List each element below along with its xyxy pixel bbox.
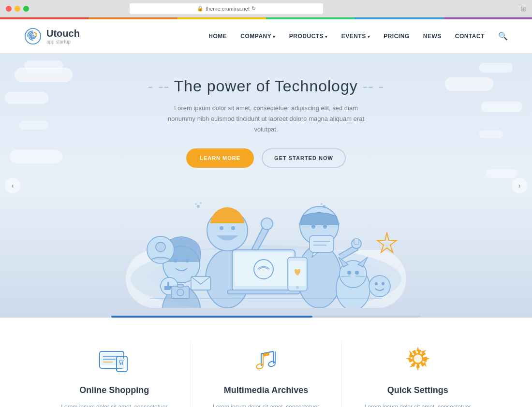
- dashes-right: -- -: [363, 77, 384, 95]
- nav-events[interactable]: EVENTS: [341, 33, 370, 40]
- svg-point-38: [382, 282, 384, 285]
- svg-rect-20: [235, 252, 293, 286]
- learn-more-button[interactable]: LEARN MORE: [186, 148, 254, 168]
- svg-point-33: [355, 271, 359, 275]
- hero-illustration: [121, 182, 411, 318]
- dashes-left: - --: [148, 77, 174, 95]
- reload-icon: ↻: [251, 5, 256, 12]
- browser-chrome: 🔒 theme.crumina.net ↻ ⊞: [0, 0, 532, 17]
- search-icon[interactable]: 🔍: [498, 31, 508, 41]
- svg-point-6: [231, 226, 235, 230]
- svg-point-7: [261, 218, 273, 230]
- svg-rect-29: [177, 284, 183, 287]
- address-bar[interactable]: 🔒 theme.crumina.net ↻: [130, 3, 323, 14]
- svg-point-62: [268, 361, 276, 367]
- browser-actions: ⊞: [520, 4, 526, 13]
- svg-point-41: [200, 202, 202, 204]
- hero-title: - -- The power of Technology -- -: [10, 77, 522, 95]
- online-shopping-icon: [97, 342, 131, 376]
- logo-name: Utouch: [46, 28, 80, 39]
- svg-point-43: [321, 203, 323, 205]
- logo-icon: [24, 28, 42, 45]
- hero-title-text: The power of Technology: [174, 77, 358, 95]
- svg-point-61: [256, 363, 264, 370]
- expand-icon[interactable]: ⊞: [520, 5, 526, 13]
- hero-description: Lorem ipsum dolor sit amet, consectetuer…: [160, 103, 372, 135]
- svg-point-42: [323, 205, 325, 208]
- nav-news[interactable]: NEWS: [423, 33, 442, 40]
- feature-title-settings: Quick Settings: [356, 385, 479, 395]
- logo-text: Utouch app startup: [46, 28, 80, 44]
- slider-indicator: [111, 316, 421, 318]
- logo[interactable]: Utouch app startup: [24, 28, 80, 45]
- feature-desc-shopping: Lorem ipsum dolor sit amet, consectetuer…: [53, 402, 176, 407]
- svg-point-48: [156, 242, 165, 252]
- minimize-button[interactable]: [15, 6, 20, 12]
- nav-company[interactable]: COMPANY: [240, 33, 275, 40]
- logo-sub: app startup: [46, 39, 80, 44]
- quick-settings-icon: [401, 342, 435, 376]
- hero-section: ‹ - -- The power of Technology -- - Lore…: [0, 53, 532, 318]
- svg-point-10: [174, 259, 177, 262]
- svg-point-67: [414, 355, 422, 363]
- multimedia-icon: [249, 342, 283, 376]
- svg-rect-18: [354, 239, 359, 245]
- svg-point-40: [195, 203, 197, 205]
- svg-point-15: [311, 225, 315, 229]
- svg-rect-14: [299, 222, 340, 225]
- svg-point-5: [220, 226, 223, 230]
- slider-prev-button[interactable]: ‹: [5, 178, 20, 193]
- color-bar: [0, 17, 532, 19]
- hero-buttons: LEARN MORE GET STARTED NOW: [10, 148, 522, 168]
- svg-point-36: [369, 276, 390, 297]
- page: Utouch app startup HOME COMPANY PRODUCTS…: [0, 19, 532, 407]
- feature-desc-settings: Lorem ipsum dolor sit amet, consectetuer…: [356, 402, 479, 407]
- svg-point-37: [375, 282, 378, 285]
- features-section: Online Shopping Lorem ipsum dolor sit am…: [0, 318, 532, 407]
- svg-point-59: [122, 363, 123, 365]
- nav-links: HOME COMPANY PRODUCTS EVENTS PRICING NEW…: [208, 31, 508, 41]
- svg-point-25: [296, 286, 299, 289]
- maximize-button[interactable]: [23, 6, 29, 12]
- feature-multimedia-archives: Multimedia Archives Lorem ipsum dolor si…: [191, 342, 342, 407]
- nav-pricing[interactable]: PRICING: [384, 33, 410, 40]
- lock-icon: 🔒: [197, 5, 204, 12]
- svg-point-16: [323, 225, 327, 229]
- svg-rect-27: [172, 286, 189, 299]
- close-button[interactable]: [6, 6, 12, 12]
- slider-next-button[interactable]: ›: [512, 178, 527, 193]
- svg-point-32: [347, 271, 351, 275]
- feature-quick-settings: Quick Settings Lorem ipsum dolor sit ame…: [342, 342, 493, 407]
- svg-point-11: [185, 259, 189, 262]
- feature-desc-multimedia: Lorem ipsum dolor sit amet, consectetuer…: [205, 402, 327, 407]
- svg-point-39: [197, 205, 200, 208]
- svg-point-58: [120, 363, 121, 365]
- nav-contact[interactable]: CONTACT: [455, 33, 485, 40]
- svg-rect-44: [310, 235, 334, 252]
- get-started-button[interactable]: GET STARTED NOW: [262, 148, 346, 168]
- nav-home[interactable]: HOME: [208, 33, 227, 40]
- navigation: Utouch app startup HOME COMPANY PRODUCTS…: [0, 19, 532, 53]
- nav-products[interactable]: PRODUCTS: [289, 33, 328, 40]
- people-illustration: [121, 182, 411, 308]
- feature-title-multimedia: Multimedia Archives: [205, 385, 327, 395]
- feature-title-shopping: Online Shopping: [53, 385, 176, 395]
- feature-online-shopping: Online Shopping Lorem ipsum dolor sit am…: [39, 342, 191, 407]
- slider-progress: [111, 316, 312, 318]
- traffic-lights: [6, 6, 29, 12]
- url-text: theme.crumina.net: [206, 6, 250, 12]
